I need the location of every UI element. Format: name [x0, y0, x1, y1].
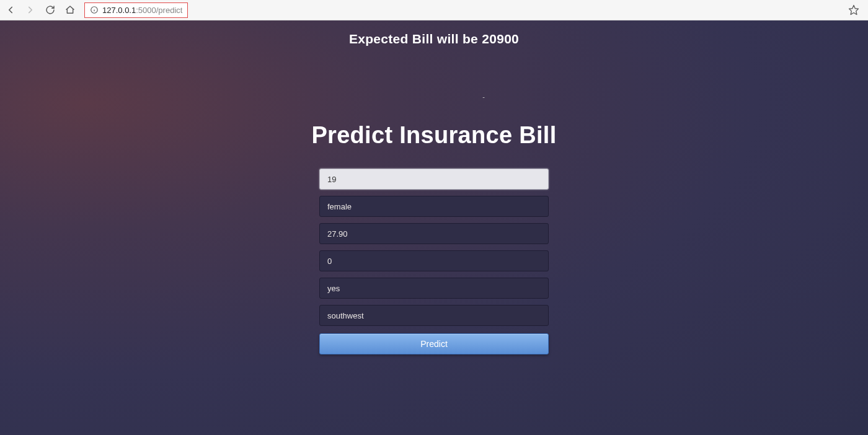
- bmi-input[interactable]: [319, 223, 549, 244]
- sex-input[interactable]: [319, 196, 549, 217]
- back-button[interactable]: [5, 4, 16, 15]
- nav-buttons: [5, 4, 76, 15]
- home-button[interactable]: [64, 4, 76, 15]
- expected-bill-text: Expected Bill will be 20900: [0, 20, 868, 46]
- predict-form: Predict: [319, 169, 549, 354]
- placeholder-dash: -: [0, 93, 868, 100]
- page-title: Predict Insurance Bill: [0, 122, 868, 149]
- site-info-icon[interactable]: [90, 6, 99, 14]
- reload-button[interactable]: [45, 4, 56, 15]
- url-bar: 127.0.0.1:5000/predict: [84, 0, 843, 20]
- children-input[interactable]: [319, 250, 549, 271]
- url-text: 127.0.0.1:5000/predict: [102, 6, 182, 15]
- browser-toolbar: 127.0.0.1:5000/predict: [0, 0, 868, 20]
- region-input[interactable]: [319, 305, 549, 326]
- age-input[interactable]: [319, 169, 549, 190]
- svg-marker-3: [849, 6, 859, 15]
- forward-button[interactable]: [25, 4, 36, 15]
- url-highlight-box[interactable]: 127.0.0.1:5000/predict: [84, 2, 188, 18]
- bookmark-star-icon[interactable]: [848, 4, 859, 15]
- page-content: Expected Bill will be 20900 - Predict In…: [0, 20, 868, 435]
- predict-button[interactable]: Predict: [319, 333, 549, 354]
- smoker-input[interactable]: [319, 278, 549, 299]
